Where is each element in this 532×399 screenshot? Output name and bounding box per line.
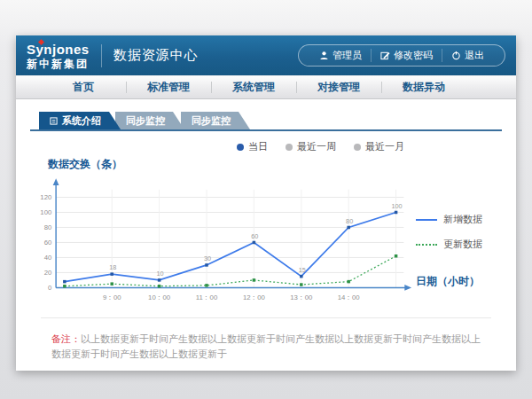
svg-text:80: 80 (346, 217, 353, 225)
legend-label: 更新数据 (443, 238, 482, 251)
legend-label: 新增数据 (443, 213, 482, 226)
legend-item-updated-data: 更新数据 (416, 238, 502, 251)
current-user-button[interactable]: 管理员 (310, 49, 371, 62)
app-header: Synjones 新中新集团 数据资源中心 管理员 修改密码 (16, 35, 516, 75)
radio-label: 当日 (248, 140, 268, 153)
radio-label: 最近一周 (297, 140, 336, 153)
svg-text:40: 40 (44, 254, 52, 262)
nav-item-data-change[interactable]: 数据异动 (381, 76, 466, 98)
range-selector: 当日 最近一周 最近一月 (30, 131, 502, 155)
nav-item-system-mgmt[interactable]: 系统管理 (211, 76, 296, 98)
logout-label: 退出 (465, 49, 484, 62)
svg-text:100: 100 (40, 208, 51, 216)
tab-label: 同步监控 (192, 112, 231, 129)
radio-label: 最近一月 (365, 140, 404, 153)
app-title: 数据资源中心 (113, 47, 199, 64)
note-text: 以上数据更新于时间产生数据以上数据更新于时间产生数据以上数据更新于时间产生数据以… (51, 333, 481, 359)
change-password-label: 修改密码 (394, 49, 433, 62)
radio-dot-icon (237, 144, 244, 151)
legend-item-new-data: 新增数据 (416, 213, 502, 226)
main-window: Synjones 新中新集团 数据资源中心 管理员 修改密码 (16, 35, 516, 371)
nav-item-home[interactable]: 首页 (41, 76, 126, 98)
radio-dot-icon (354, 144, 361, 151)
user-toolbar: 管理员 修改密码 退出 (298, 44, 505, 66)
svg-text:18: 18 (109, 263, 116, 271)
nav-item-standard-mgmt[interactable]: 标准管理 (126, 76, 211, 98)
line-chart: 0204060801001209：0010：0011：0012：0013：001… (30, 174, 416, 309)
tab-bar: 系统介绍 同步监控 同步监控 (30, 112, 502, 131)
logo-text-cn: 新中新集团 (27, 59, 90, 69)
nav-item-interface-mgmt[interactable]: 对接管理 (296, 76, 381, 98)
svg-text:13：00: 13：00 (290, 293, 312, 301)
edit-icon (380, 51, 390, 60)
radio-last-week[interactable]: 最近一周 (286, 140, 336, 153)
svg-text:100: 100 (392, 202, 403, 210)
svg-text:30: 30 (204, 254, 211, 262)
svg-text:10: 10 (157, 270, 164, 278)
svg-text:14：00: 14：00 (338, 293, 360, 301)
note-label: 备注： (51, 333, 81, 344)
radio-dot-icon (286, 144, 293, 151)
company-logo: Synjones 新中新集团 (27, 41, 90, 71)
radio-today[interactable]: 当日 (237, 140, 268, 153)
svg-text:11：00: 11：00 (196, 293, 217, 301)
user-icon (319, 51, 329, 60)
svg-text:60: 60 (251, 232, 258, 240)
power-icon (451, 51, 461, 60)
user-name-label: 管理员 (332, 49, 362, 62)
svg-text:10：00: 10：00 (148, 293, 170, 301)
solid-line-swatch-icon (416, 219, 437, 221)
y-axis-title: 数据交换（条） (48, 157, 502, 172)
svg-text:20: 20 (44, 269, 52, 277)
tab-label: 同步监控 (126, 112, 165, 129)
svg-text:0: 0 (48, 284, 51, 292)
x-axis-title: 日期（小时） (416, 274, 502, 289)
svg-text:80: 80 (44, 223, 52, 231)
svg-text:15: 15 (299, 266, 306, 274)
content-area: 系统介绍 同步监控 同步监控 当日 最近一周 最近一月 数据交换（条） (16, 99, 516, 361)
tab-sync-monitor-2[interactable]: 同步监控 (181, 112, 250, 129)
logo-text-en: Synjones (27, 43, 90, 56)
main-nav: 首页 标准管理 系统管理 对接管理 数据异动 (16, 75, 516, 99)
svg-text:12：00: 12：00 (243, 293, 265, 301)
svg-text:60: 60 (44, 239, 52, 246)
svg-text:9：00: 9：00 (103, 293, 121, 301)
tab-system-intro[interactable]: 系统介绍 (39, 112, 121, 129)
change-password-button[interactable]: 修改密码 (371, 49, 442, 62)
tab-sync-monitor-1[interactable]: 同步监控 (115, 112, 184, 129)
footer-note: 备注：以上数据更新于时间产生数据以上数据更新于时间产生数据以上数据更新于时间产生… (30, 318, 502, 361)
radio-last-month[interactable]: 最近一月 (354, 140, 404, 153)
tab-label: 系统介绍 (62, 112, 101, 129)
svg-text:120: 120 (40, 193, 51, 201)
dotted-line-swatch-icon (416, 244, 437, 246)
chart-section: 0204060801001209：0010：0011：0012：0013：001… (30, 174, 502, 309)
header-divider (101, 44, 102, 67)
chart-right-column: 新增数据 更新数据 日期（小时） (416, 174, 502, 289)
logout-button[interactable]: 退出 (442, 49, 493, 62)
document-icon (50, 117, 58, 125)
